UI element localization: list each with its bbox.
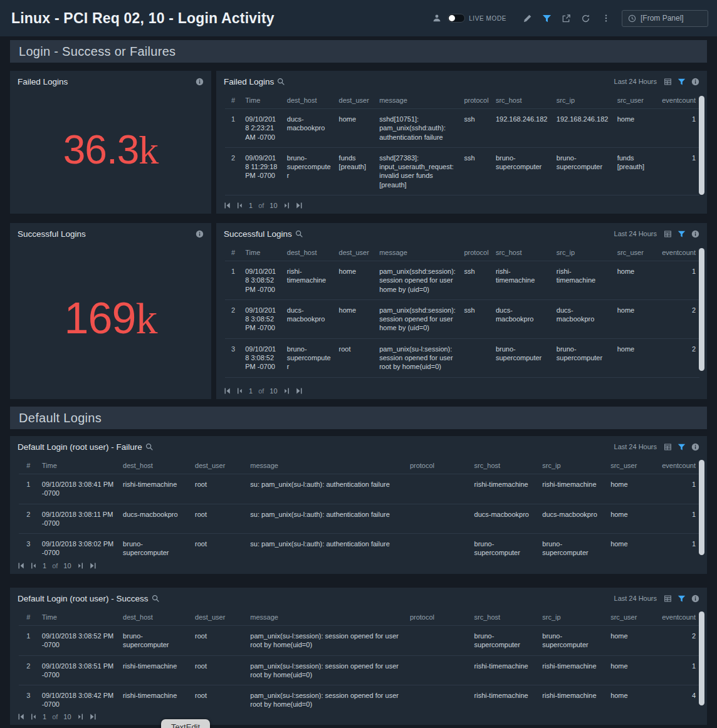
last-page-button[interactable] [295,387,303,395]
first-page-button[interactable] [224,202,231,209]
column-header[interactable]: # [19,609,38,626]
table-row[interactable]: 109/10/2018 3:08:52 PM -0700bruno-superc… [19,626,699,656]
pagination: 1 of 10 [10,558,707,574]
column-header[interactable]: src_host [492,92,553,109]
column-header[interactable]: src_host [471,609,539,626]
info-icon[interactable] [196,78,204,86]
column-header[interactable]: Time [241,92,283,109]
column-header[interactable]: dest_user [191,457,246,474]
table-row[interactable]: 109/10/2018 3:08:52 PM -0700rishi-timema… [225,261,699,300]
table-row[interactable]: 209/10/2018 3:08:51 PM -0700rishi-timema… [19,655,699,685]
column-header[interactable]: # [225,244,241,261]
next-page-button[interactable] [283,387,291,395]
share-icon[interactable] [562,14,571,23]
textedit-button[interactable]: TextEdit [161,719,210,728]
column-header[interactable]: eventcount [652,244,699,261]
scrollbar[interactable] [699,460,704,555]
column-header[interactable]: src_ip [553,244,614,261]
column-header[interactable]: eventcount [652,92,699,109]
last-page-button[interactable] [89,562,97,569]
column-header[interactable]: Time [241,244,283,261]
first-page-button[interactable] [18,562,25,569]
of-label: of [52,713,58,720]
prev-page-button[interactable] [236,202,243,209]
filter-icon[interactable] [678,78,686,86]
table-icon[interactable] [664,443,672,451]
info-icon[interactable] [691,230,699,238]
column-header[interactable]: dest_host [119,457,191,474]
scrollbar[interactable] [699,248,704,371]
kebab-menu-icon[interactable] [602,14,610,23]
column-header[interactable]: eventcount [649,609,699,626]
last-page-button[interactable] [89,713,97,720]
info-icon[interactable] [691,78,699,86]
table-row[interactable]: 309/10/2018 3:08:52 PM -0700bruno-superc… [225,338,699,377]
column-header[interactable]: protocol [460,92,491,109]
scrollbar[interactable] [699,611,704,705]
live-mode-toggle[interactable] [447,14,465,23]
first-page-button[interactable] [224,387,231,395]
column-header[interactable]: src_user [614,92,653,109]
table-icon[interactable] [664,595,672,603]
column-header[interactable]: src_user [607,609,649,626]
prev-page-button[interactable] [236,387,243,395]
next-page-button[interactable] [283,202,291,209]
column-header[interactable]: dest_host [283,92,335,109]
info-icon[interactable] [691,595,699,603]
user-icon[interactable] [432,14,441,23]
column-header[interactable]: dest_user [335,92,376,109]
column-header[interactable]: protocol [406,457,471,474]
table-row[interactable]: 109/10/2018 2:23:21 AM -0700ducs-macbook… [225,109,699,148]
filter-icon[interactable] [678,443,686,451]
column-header[interactable]: src_user [614,244,653,261]
next-page-button[interactable] [77,562,85,569]
first-page-button[interactable] [18,713,25,720]
column-header[interactable]: src_ip [538,457,607,474]
prev-page-button[interactable] [29,713,37,720]
table-row[interactable]: 209/09/2018 11:29:18 PM -0700bruno-super… [225,147,699,195]
filter-icon[interactable] [678,595,686,603]
column-header[interactable]: dest_host [283,244,335,261]
zoom-icon[interactable] [277,78,285,86]
column-header[interactable]: message [246,457,406,474]
column-header[interactable]: protocol [460,244,491,261]
info-icon[interactable] [691,443,699,451]
column-header[interactable]: protocol [406,609,471,626]
column-header[interactable]: Time [38,457,119,474]
next-page-button[interactable] [77,713,85,720]
column-header[interactable]: message [246,609,406,626]
table-icon[interactable] [664,78,672,86]
zoom-icon[interactable] [145,443,154,451]
column-header[interactable]: src_ip [553,92,614,109]
prev-page-button[interactable] [29,562,37,569]
section-title: Default Logins [19,411,102,425]
info-icon[interactable] [196,230,204,238]
scrollbar[interactable] [699,96,704,195]
column-header[interactable]: # [225,92,241,109]
column-header[interactable]: src_user [607,457,649,474]
zoom-icon[interactable] [295,230,303,238]
table-row[interactable]: 109/10/2018 3:08:41 PM -0700rishi-timema… [19,474,699,504]
column-header[interactable]: # [19,457,38,474]
table-row[interactable]: 209/10/2018 3:08:52 PM -0700ducs-macbook… [225,299,699,338]
column-header[interactable]: message [375,244,460,261]
edit-pencil-icon[interactable] [523,14,532,23]
last-page-button[interactable] [295,202,303,209]
column-header[interactable]: src_host [471,457,539,474]
table-row[interactable]: 209/10/2018 3:08:11 PM -0700ducs-macbook… [19,504,699,534]
column-header[interactable]: src_host [492,244,553,261]
time-range-selector[interactable]: [From Panel] [622,10,708,27]
filter-icon[interactable] [542,14,552,23]
refresh-icon[interactable] [581,14,590,23]
column-header[interactable]: dest_host [119,609,191,626]
table-icon[interactable] [664,230,672,238]
zoom-icon[interactable] [152,595,160,603]
column-header[interactable]: dest_user [335,244,376,261]
column-header[interactable]: message [375,92,460,109]
column-header[interactable]: Time [38,609,119,626]
column-header[interactable]: src_ip [538,609,607,626]
column-header[interactable]: eventcount [649,457,699,474]
filter-icon[interactable] [678,230,686,238]
column-header[interactable]: dest_user [191,609,246,626]
panel-title: Failed Logins [224,77,274,86]
